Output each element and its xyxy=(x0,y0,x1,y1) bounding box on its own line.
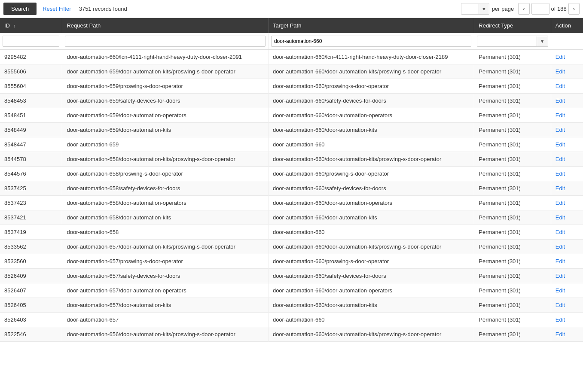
edit-button[interactable]: Edit xyxy=(556,83,565,89)
edit-button[interactable]: Edit xyxy=(556,287,565,294)
page-number-input[interactable]: 1 xyxy=(532,3,549,14)
edit-button[interactable]: Edit xyxy=(556,214,565,221)
cell-action: Edit xyxy=(551,94,583,108)
cell-id: 8533560 xyxy=(0,254,62,269)
cell-action: Edit xyxy=(551,240,583,254)
page-input-wrapper: 1 xyxy=(531,3,549,15)
next-page-button[interactable]: › xyxy=(568,3,580,15)
cell-request-path: door-automation-657/door-automation-oper… xyxy=(62,283,268,298)
cell-redirect-type: Permanent (301) xyxy=(474,298,551,313)
table-row: 8555606door-automation-659/door-automati… xyxy=(0,64,583,79)
table-filter-row: Permanent (301) Temporary (302) ▼ xyxy=(0,33,583,50)
edit-button[interactable]: Edit xyxy=(556,185,565,191)
edit-button[interactable]: Edit xyxy=(556,243,565,250)
cell-redirect-type: Permanent (301) xyxy=(474,94,551,108)
edit-button[interactable]: Edit xyxy=(556,97,565,104)
filter-cell-id xyxy=(0,33,62,50)
table-row: 8548449door-automation-659/door-automati… xyxy=(0,123,583,137)
table-row: 8533560door-automation-657/proswing-s-do… xyxy=(0,254,583,269)
cell-request-path: door-automation-657/door-automation-kits… xyxy=(62,240,268,254)
filter-id-input[interactable] xyxy=(3,36,59,47)
table-row: 8537419door-automation-658door-automatio… xyxy=(0,225,583,240)
col-header-target-path: Target Path xyxy=(268,18,474,33)
table-row: 8526403door-automation-657door-automatio… xyxy=(0,313,583,327)
cell-target-path: door-automation-660/door-automation-kits… xyxy=(268,64,474,79)
cell-target-path: door-automation-660/door-automation-kits… xyxy=(268,240,474,254)
per-page-input[interactable]: 20 xyxy=(461,3,479,14)
table-row: 8537425door-automation-658/safety-device… xyxy=(0,181,583,196)
filter-cell-redirect-type: Permanent (301) Temporary (302) ▼ xyxy=(474,33,551,50)
cell-id: 8526409 xyxy=(0,269,62,283)
reset-filter-button[interactable]: Reset Filter xyxy=(41,6,73,12)
cell-target-path: door-automation-660/door-automation-oper… xyxy=(268,196,474,210)
col-header-action: Action xyxy=(551,18,583,33)
filter-target-path-input[interactable] xyxy=(271,36,471,47)
cell-request-path: door-automation-657 xyxy=(62,313,268,327)
cell-target-path: door-automation-660 xyxy=(268,225,474,240)
cell-redirect-type: Permanent (301) xyxy=(474,79,551,94)
col-header-id[interactable]: ID ↑ xyxy=(0,18,62,33)
cell-action: Edit xyxy=(551,225,583,240)
cell-target-path: door-automation-660/safety-devices-for-d… xyxy=(268,181,474,196)
search-button[interactable]: Search xyxy=(3,3,37,15)
edit-button[interactable]: Edit xyxy=(556,200,565,206)
cell-action: Edit xyxy=(551,313,583,327)
edit-button[interactable]: Edit xyxy=(556,302,565,308)
edit-button[interactable]: Edit xyxy=(556,258,565,264)
table-row: 8548453door-automation-659/safety-device… xyxy=(0,94,583,108)
per-page-label: per page xyxy=(492,6,514,12)
cell-action: Edit xyxy=(551,269,583,283)
prev-page-button[interactable]: ‹ xyxy=(518,3,529,15)
cell-target-path: door-automation-660/door-automation-oper… xyxy=(268,283,474,298)
cell-request-path: door-automation-659/door-automation-kits… xyxy=(62,64,268,79)
table-row: 8544578door-automation-658/door-automati… xyxy=(0,152,583,167)
table-row: 8548451door-automation-659/door-automati… xyxy=(0,108,583,123)
cell-redirect-type: Permanent (301) xyxy=(474,137,551,152)
cell-redirect-type: Permanent (301) xyxy=(474,50,551,64)
cell-request-path: door-automation-660/lcn-4111-right-hand-… xyxy=(62,50,268,64)
edit-button[interactable]: Edit xyxy=(556,331,565,337)
cell-action: Edit xyxy=(551,137,583,152)
cell-action: Edit xyxy=(551,123,583,137)
filter-request-path-input[interactable] xyxy=(65,36,265,47)
cell-request-path: door-automation-659/door-automation-kits xyxy=(62,123,268,137)
cell-request-path: door-automation-659/proswing-s-door-oper… xyxy=(62,79,268,94)
table-row: 8544576door-automation-658/proswing-s-do… xyxy=(0,167,583,181)
per-page-select-wrapper: 20 ▼ xyxy=(461,3,489,15)
cell-id: 8537425 xyxy=(0,181,62,196)
cell-request-path: door-automation-658/door-automation-oper… xyxy=(62,196,268,210)
sort-icon-id: ↑ xyxy=(13,23,16,28)
cell-request-path: door-automation-657/door-automation-kits xyxy=(62,298,268,313)
redirects-table: ID ↑ Request Path Target Path Redirect T… xyxy=(0,18,583,342)
table-row: 8555604door-automation-659/proswing-s-do… xyxy=(0,79,583,94)
cell-id: 8548447 xyxy=(0,137,62,152)
cell-action: Edit xyxy=(551,108,583,123)
cell-request-path: door-automation-657/safety-devices-for-d… xyxy=(62,269,268,283)
edit-button[interactable]: Edit xyxy=(556,316,565,323)
cell-redirect-type: Permanent (301) xyxy=(474,210,551,225)
cell-target-path: door-automation-660/safety-devices-for-d… xyxy=(268,269,474,283)
edit-button[interactable]: Edit xyxy=(556,68,565,75)
col-target-path-label: Target Path xyxy=(273,22,302,29)
edit-button[interactable]: Edit xyxy=(556,273,565,279)
cell-redirect-type: Permanent (301) xyxy=(474,152,551,167)
cell-id: 8522546 xyxy=(0,327,62,342)
edit-button[interactable]: Edit xyxy=(556,112,565,119)
edit-button[interactable]: Edit xyxy=(556,170,565,177)
cell-request-path: door-automation-658/door-automation-kits xyxy=(62,210,268,225)
per-page-dropdown-icon[interactable]: ▼ xyxy=(479,4,489,14)
cell-request-path: door-automation-659/safety-devices-for-d… xyxy=(62,94,268,108)
edit-button[interactable]: Edit xyxy=(556,127,565,133)
cell-request-path: door-automation-658/door-automation-kits… xyxy=(62,152,268,167)
edit-button[interactable]: Edit xyxy=(556,156,565,162)
cell-request-path: door-automation-658/proswing-s-door-oper… xyxy=(62,167,268,181)
edit-button[interactable]: Edit xyxy=(556,54,565,60)
cell-action: Edit xyxy=(551,254,583,269)
cell-action: Edit xyxy=(551,79,583,94)
edit-button[interactable]: Edit xyxy=(556,141,565,148)
edit-button[interactable]: Edit xyxy=(556,229,565,235)
cell-redirect-type: Permanent (301) xyxy=(474,240,551,254)
cell-request-path: door-automation-658 xyxy=(62,225,268,240)
cell-redirect-type: Permanent (301) xyxy=(474,181,551,196)
filter-redirect-type-select[interactable]: Permanent (301) Temporary (302) xyxy=(477,36,537,46)
